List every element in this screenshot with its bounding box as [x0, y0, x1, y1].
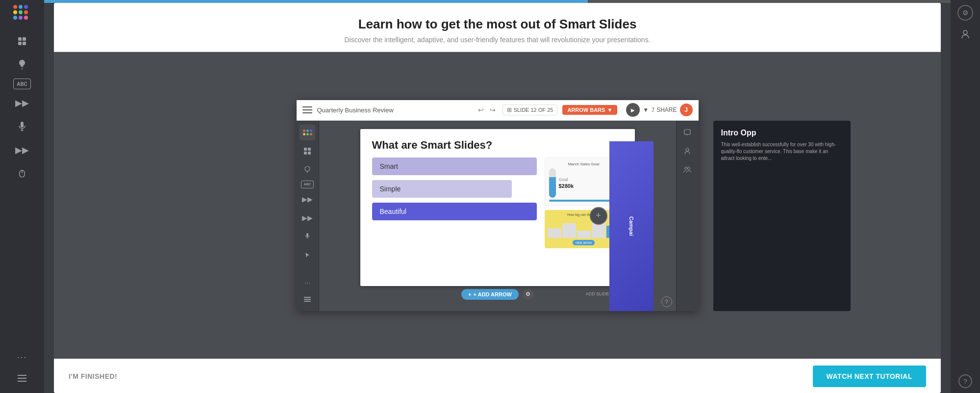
- svg-rect-21: [304, 299, 311, 300]
- ep-text-icon[interactable]: ABC: [301, 181, 314, 188]
- finished-button[interactable]: I'M FINISHED!: [69, 372, 117, 380]
- thermometer-amount: $280k: [559, 183, 574, 189]
- simple-bar: Simple: [372, 180, 512, 198]
- add-arrow-bar: + + ADD ARROW ⚙: [458, 286, 536, 303]
- rs-bottom: ?: [958, 374, 972, 388]
- redo-button[interactable]: ↪: [488, 105, 498, 115]
- editor-body: ABC ▶▶ ▶▶ ···: [297, 121, 699, 311]
- ep-bulb-icon[interactable]: [300, 162, 315, 178]
- editor-menu-icon[interactable]: [302, 106, 312, 113]
- rp-comment-icon[interactable]: [679, 125, 695, 140]
- svg-rect-14: [304, 152, 307, 155]
- ep-grid-icon[interactable]: [300, 143, 315, 159]
- sidebar-forward-icon[interactable]: ▶▶: [12, 140, 32, 160]
- slide-editor: Quarterly Business Review ↩ ↪ ⊞ SLIDE 12…: [297, 100, 699, 311]
- svg-rect-20: [304, 301, 311, 302]
- gear-button[interactable]: ⚙: [523, 289, 533, 300]
- help-icon[interactable]: ?: [958, 374, 972, 388]
- slide-left-content: Smart Simple Beautiful: [372, 157, 537, 248]
- progress-bar: [44, 0, 951, 3]
- svg-point-16: [305, 166, 310, 171]
- svg-rect-22: [304, 297, 311, 298]
- sidebar-mouse-icon[interactable]: [12, 164, 32, 183]
- tutorial-header: Learn how to get the most out of Smart S…: [54, 3, 941, 52]
- smart-bar: Smart: [372, 157, 537, 175]
- chart-action-btn[interactable]: click arrow: [573, 240, 595, 245]
- ep-arrow-icon[interactable]: ▶▶: [300, 191, 315, 207]
- right-sidebar: ⚙ ?: [951, 0, 980, 393]
- sidebar-list-icon[interactable]: [12, 368, 32, 388]
- svg-point-27: [963, 30, 967, 34]
- undo-button[interactable]: ↩: [476, 105, 486, 115]
- footer-bar: I'M FINISHED! WATCH NEXT TUTORIAL: [54, 359, 941, 393]
- svg-rect-0: [18, 37, 22, 41]
- ep-cursor-icon[interactable]: [300, 247, 315, 263]
- undo-redo-group: ↩ ↪: [476, 105, 498, 115]
- sidebar-more-icon[interactable]: ···: [17, 352, 27, 363]
- campaign-slide-thumb[interactable]: Campai: [609, 141, 653, 311]
- ep-forward-icon[interactable]: ▶▶: [300, 210, 315, 226]
- topbar-right: ▶ ▼ ⤴ SHARE J: [626, 103, 692, 117]
- editor-topbar: Quarterly Business Review ↩ ↪ ⊞ SLIDE 12…: [297, 100, 699, 121]
- content-container: Learn how to get the most out of Smart S…: [54, 3, 941, 393]
- slide-counter-text: SLIDE 12 OF 25: [514, 107, 553, 113]
- slide-counter: ⊞ SLIDE 12 OF 25: [503, 105, 558, 115]
- sidebar-grid-icon[interactable]: [12, 31, 32, 51]
- thermometer-fill: [549, 177, 556, 198]
- slide-editor-wrapper: Quarterly Business Review ↩ ↪ ⊞ SLIDE 12…: [54, 52, 941, 359]
- share-button[interactable]: ⤴ SHARE: [652, 106, 677, 113]
- ep-more-icon[interactable]: ···: [304, 279, 310, 287]
- grid-icon: ⊞: [507, 106, 512, 113]
- editor-help-icon[interactable]: ?: [661, 296, 672, 307]
- svg-rect-3: [23, 42, 26, 45]
- sidebar-lightbulb-icon[interactable]: [12, 55, 32, 75]
- rs-person-icon[interactable]: [956, 26, 974, 43]
- thermometer-slider: [549, 200, 619, 202]
- progress-fill: [44, 0, 588, 3]
- slide-canvas-area: What are Smart Slides? Smart Simple Beau…: [319, 121, 676, 311]
- sidebar-text-icon[interactable]: ABC: [13, 79, 31, 89]
- slide-title: What are Smart Slides?: [360, 129, 635, 157]
- rp-person-icon[interactable]: [679, 143, 695, 159]
- editor-presentation-title: Quarterly Business Review: [317, 106, 471, 114]
- svg-rect-2: [18, 42, 22, 45]
- svg-rect-18: [306, 233, 308, 237]
- therm-label: Goal: [559, 177, 574, 182]
- rp-persons-icon[interactable]: [679, 162, 695, 178]
- svg-point-24: [686, 148, 689, 151]
- editor-right-panel: [676, 121, 699, 311]
- app-logo[interactable]: [13, 5, 31, 23]
- tutorial-title: Learn how to get the most out of Smart S…: [64, 17, 931, 32]
- play-button[interactable]: ▶: [626, 103, 640, 117]
- slide-content: Smart Simple Beautiful March Sales Goal: [360, 157, 635, 248]
- next-slide-panel: Intro Opp This well-establish successful…: [713, 121, 851, 311]
- ep-layers-icon[interactable]: [300, 291, 315, 307]
- ep-mic-icon[interactable]: [300, 229, 315, 244]
- add-slide-button[interactable]: +: [590, 207, 607, 225]
- next-slide-description: This well-establish successfully for ove…: [721, 141, 843, 162]
- rs-settings-icon[interactable]: ⚙: [957, 5, 973, 21]
- svg-rect-13: [308, 148, 311, 151]
- beautiful-bar: Beautiful: [372, 203, 537, 220]
- play-dropdown[interactable]: ▼: [643, 106, 649, 113]
- add-slide-label: ADD SLIDE: [583, 291, 612, 296]
- arrow-bars-button[interactable]: ARROW BARS ▼: [562, 105, 617, 115]
- sidebar-bottom: ···: [12, 352, 32, 388]
- watch-next-button[interactable]: WATCH NEXT TUTORIAL: [813, 366, 926, 387]
- tutorial-subtitle: Discover the intelligent, adaptive, and …: [64, 36, 931, 44]
- add-arrow-button[interactable]: + + ADD ARROW: [461, 289, 519, 300]
- slide-canvas: What are Smart Slides? Smart Simple Beau…: [360, 129, 635, 286]
- editor-left-panel: ABC ▶▶ ▶▶ ···: [297, 121, 319, 311]
- svg-rect-12: [304, 148, 307, 151]
- svg-rect-4: [21, 122, 24, 128]
- svg-rect-15: [308, 152, 311, 155]
- sidebar-mic-icon[interactable]: [12, 117, 32, 136]
- ep-colorful-icon[interactable]: [300, 125, 315, 140]
- next-slide-title: Intro Opp: [721, 129, 843, 137]
- svg-point-25: [685, 167, 687, 169]
- user-avatar[interactable]: J: [680, 104, 693, 116]
- thermometer-visual: [549, 168, 556, 198]
- svg-rect-23: [684, 130, 690, 134]
- sidebar-play-icon[interactable]: ▶▶: [12, 93, 32, 113]
- svg-point-26: [688, 167, 690, 169]
